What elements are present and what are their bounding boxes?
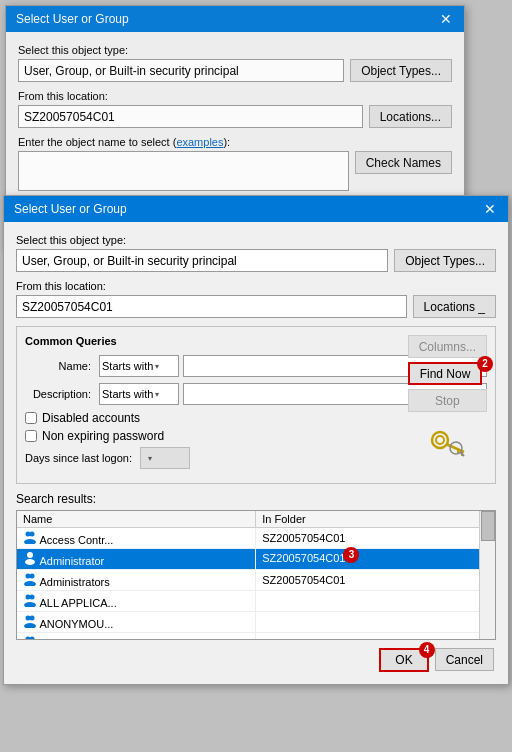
svg-point-16 <box>30 595 35 600</box>
cell-name: ANONYMOU... <box>17 612 256 633</box>
svg-point-0 <box>432 432 448 448</box>
dialog-2-close[interactable]: ✕ <box>482 202 498 216</box>
stop-btn[interactable]: Stop <box>408 389 487 412</box>
dialog-1-name-area[interactable] <box>18 151 349 191</box>
svg-point-11 <box>25 559 35 565</box>
svg-point-1 <box>436 436 444 444</box>
dialog-2-location-label: From this location: <box>16 280 496 292</box>
dialog-2: Select User or Group ✕ Select this objec… <box>3 195 509 685</box>
badge-3: 3 <box>343 547 359 563</box>
dialog-1-object-type-input[interactable] <box>18 59 344 82</box>
table-row[interactable]: ANONYMOU... <box>17 612 495 633</box>
description-label: Description: <box>25 388 95 400</box>
chevron-down-icon-2: ▾ <box>155 390 159 399</box>
cell-folder: SZ20057054C013 <box>256 549 495 570</box>
group-icon <box>23 635 37 640</box>
results-table: Name In Folder Access Contr...SZ20057054… <box>17 511 495 640</box>
dialog-1-close[interactable]: ✕ <box>438 12 454 26</box>
cell-name: Administrators <box>17 570 256 591</box>
cell-folder <box>256 612 495 633</box>
dialog-1-location-input[interactable] <box>18 105 363 128</box>
results-scrollbar[interactable] <box>479 511 495 639</box>
columns-btn[interactable]: Columns... <box>408 335 487 358</box>
group-icon <box>23 593 37 607</box>
cell-folder: SZ20057054C01 <box>256 570 495 591</box>
dialog-1-locations-btn[interactable]: Locations... <box>369 105 452 128</box>
svg-point-9 <box>24 539 36 544</box>
scrollbar-thumb[interactable] <box>481 511 495 541</box>
user-icon <box>23 551 37 565</box>
days-since-select[interactable]: ▾ <box>140 447 190 469</box>
cell-folder <box>256 591 495 612</box>
examples-link[interactable]: examples <box>176 136 223 148</box>
badge-4: 4 <box>419 642 435 658</box>
cell-folder: SZ20057054C01 <box>256 528 495 549</box>
non-expiring-password-checkbox[interactable] <box>25 430 37 442</box>
dialog-2-title: Select User or Group <box>14 202 127 216</box>
svg-point-22 <box>30 637 35 641</box>
svg-point-19 <box>30 616 35 621</box>
dialog-2-titlebar: Select User or Group ✕ <box>4 196 508 222</box>
dialog-1-titlebar: Select User or Group ✕ <box>6 6 464 32</box>
table-row[interactable]: AdministratorsSZ20057054C01 <box>17 570 495 591</box>
table-row[interactable]: Authenticated... <box>17 633 495 641</box>
group-icon <box>23 530 37 544</box>
cell-name: Authenticated... <box>17 633 256 641</box>
description-starts-with-select[interactable]: Starts with ▾ <box>99 383 179 405</box>
dialog-1-location-label: From this location: <box>18 90 452 102</box>
non-expiring-password-label: Non expiring password <box>42 429 164 443</box>
dialog-2-object-type-input[interactable] <box>16 249 388 272</box>
svg-point-17 <box>24 602 36 607</box>
disabled-accounts-label: Disabled accounts <box>42 411 140 425</box>
chevron-down-icon-3: ▾ <box>148 454 152 463</box>
key-icon <box>426 422 468 464</box>
search-results-label: Search results: <box>16 492 496 506</box>
badge-2: 2 <box>477 356 493 372</box>
find-now-btn[interactable]: Find Now <box>408 362 483 385</box>
svg-point-10 <box>27 552 33 558</box>
svg-point-8 <box>30 532 35 537</box>
dialog-2-location-input[interactable] <box>16 295 407 318</box>
dialog-1-title: Select User or Group <box>16 12 129 26</box>
cell-name: Administrator <box>17 549 256 570</box>
cell-name: ALL APPLICA... <box>17 591 256 612</box>
dialog-2-object-types-btn[interactable]: Object Types... <box>394 249 496 272</box>
cell-folder <box>256 633 495 641</box>
dialog-1-enter-name-label: Enter the object name to select (example… <box>18 136 452 148</box>
name-starts-with-select[interactable]: Starts with ▾ <box>99 355 179 377</box>
dialog-2-cancel-btn[interactable]: Cancel <box>435 648 494 671</box>
search-results-area: Search results: Name In Folder Access Co… <box>16 492 496 640</box>
common-queries-section: Common Queries Columns... Find Now 2 Sto… <box>16 326 496 484</box>
table-row[interactable]: ALL APPLICA... <box>17 591 495 612</box>
chevron-down-icon: ▾ <box>155 362 159 371</box>
dialog-1-check-names-btn[interactable]: Check Names <box>355 151 452 174</box>
right-buttons-area: Columns... Find Now 2 Stop <box>408 335 487 467</box>
cell-name: Access Contr... <box>17 528 256 549</box>
days-since-label: Days since last logon: <box>25 452 132 464</box>
bottom-buttons: OK 4 Cancel <box>16 648 496 672</box>
dialog-2-locations-btn[interactable]: Locations _ <box>413 295 496 318</box>
table-row[interactable]: Access Contr...SZ20057054C01 <box>17 528 495 549</box>
col-folder-header: In Folder <box>256 511 495 528</box>
disabled-accounts-checkbox[interactable] <box>25 412 37 424</box>
col-name-header: Name <box>17 511 256 528</box>
dialog-2-object-type-label: Select this object type: <box>16 234 496 246</box>
svg-point-20 <box>24 623 36 628</box>
group-icon <box>23 614 37 628</box>
table-row[interactable]: AdministratorSZ20057054C013 <box>17 549 495 570</box>
name-label: Name: <box>25 360 95 372</box>
dialog-1-object-types-btn[interactable]: Object Types... <box>350 59 452 82</box>
group-icon <box>23 572 37 586</box>
svg-point-14 <box>24 581 36 586</box>
dialog-1-object-type-label: Select this object type: <box>18 44 452 56</box>
svg-point-13 <box>30 574 35 579</box>
